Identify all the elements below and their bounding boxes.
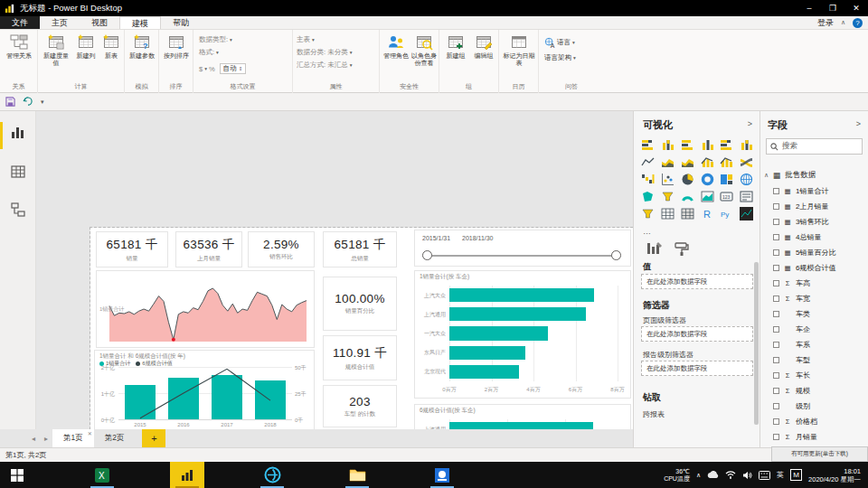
- help-icon[interactable]: ?: [853, 18, 863, 28]
- edit-group-button[interactable]: 编辑组: [470, 33, 497, 60]
- taskbar-explorer-icon[interactable]: [340, 462, 374, 488]
- field-item[interactable]: ▦5销量百分比: [764, 245, 865, 260]
- new-table-button[interactable]: 新表: [100, 33, 122, 60]
- stacked-area-visual-icon[interactable]: [681, 155, 694, 169]
- clustered-bar-visual-icon[interactable]: [681, 138, 694, 152]
- mark-date-table-button[interactable]: 标记为日期表: [503, 33, 535, 67]
- kpi-card-percent[interactable]: 100.00% 销量百分比: [323, 277, 397, 331]
- values-field-well[interactable]: 在此处添加数据字段: [641, 274, 753, 289]
- start-button[interactable]: [0, 462, 34, 488]
- report-filters-well[interactable]: 在此处添加数据字段: [641, 361, 753, 376]
- bar-东风日产[interactable]: [449, 346, 525, 360]
- kpi-card-total[interactable]: 65181 千 总销量: [323, 231, 397, 267]
- map-visual-icon[interactable]: [740, 173, 753, 186]
- field-item[interactable]: 级别: [764, 399, 865, 414]
- field-item[interactable]: ▦2上月销量: [764, 199, 865, 214]
- pane-scrollbar[interactable]: [754, 262, 759, 425]
- field-checkbox[interactable]: [773, 326, 779, 333]
- multi-row-card-visual-icon[interactable]: [740, 190, 753, 203]
- bar-北京现代[interactable]: [449, 365, 519, 379]
- python-visual-icon[interactable]: Py: [720, 207, 733, 221]
- field-item[interactable]: Σ月销量: [764, 429, 865, 444]
- sort-by-column-button[interactable]: 按列排序: [162, 33, 191, 60]
- save-icon[interactable]: [5, 97, 15, 107]
- stacked-bar-visual-icon[interactable]: [641, 138, 655, 152]
- waterfall-visual-icon[interactable]: [641, 173, 655, 186]
- summarize-dropdown[interactable]: 汇总方式: 未汇总▾: [297, 61, 352, 70]
- field-item[interactable]: Σ车高: [764, 276, 865, 291]
- prev-page-icon[interactable]: ◂: [27, 429, 40, 447]
- add-page-button[interactable]: +: [142, 429, 165, 447]
- undo-icon[interactable]: [23, 97, 33, 107]
- collapse-pane-icon[interactable]: >: [748, 119, 752, 128]
- bar-一汽大众[interactable]: [449, 326, 548, 340]
- pct-stacked-bar-visual-icon[interactable]: [720, 138, 733, 152]
- date-range-slicer[interactable]: 2015/1/31 2018/11/30: [414, 230, 631, 267]
- field-checkbox[interactable]: [773, 357, 779, 363]
- fields-pane-tab[interactable]: [646, 241, 663, 256]
- field-item[interactable]: 车企: [764, 322, 865, 337]
- field-item[interactable]: 车系: [764, 337, 865, 352]
- report-view-button[interactable]: [10, 124, 26, 140]
- field-checkbox[interactable]: [773, 219, 779, 225]
- line-clustered-column-visual-icon[interactable]: [720, 155, 733, 169]
- page-tab-1[interactable]: 第1页✕: [52, 429, 94, 447]
- decimal-places-box[interactable]: 自动 ⇕: [220, 63, 247, 74]
- update-notification[interactable]: 有可用更新(单击下载): [771, 446, 868, 462]
- close-page-icon[interactable]: ✕: [88, 430, 92, 436]
- cpu-temp-widget[interactable]: 36℃CPU温度: [664, 468, 690, 483]
- field-item[interactable]: Σ规模: [764, 383, 865, 399]
- bar-上汽通用[interactable]: [449, 307, 586, 321]
- field-checkbox[interactable]: [773, 280, 779, 286]
- table-node[interactable]: ∧ ▦ 批售数据: [764, 167, 865, 183]
- field-checkbox[interactable]: [773, 249, 779, 256]
- customize-qat-icon[interactable]: ▾: [41, 99, 44, 106]
- field-search-input[interactable]: 搜索: [766, 138, 863, 155]
- slicer-handle-start[interactable]: [422, 250, 432, 260]
- field-checkbox[interactable]: [773, 234, 779, 240]
- field-checkbox[interactable]: [773, 311, 779, 317]
- field-checkbox[interactable]: [773, 434, 779, 440]
- slicer-end-date[interactable]: 2018/11/30: [462, 235, 494, 241]
- pct-stacked-column-visual-icon[interactable]: [740, 138, 753, 152]
- stacked-column-visual-icon[interactable]: [661, 138, 675, 152]
- model-view-button[interactable]: [10, 202, 26, 218]
- manage-roles-button[interactable]: 管理角色: [382, 33, 410, 60]
- collapse-pane-icon[interactable]: >: [856, 119, 861, 128]
- custom-visual-visual-icon[interactable]: [740, 207, 753, 221]
- tab-view[interactable]: 视图: [80, 16, 119, 29]
- taskbar-powerbi-icon[interactable]: [170, 462, 204, 488]
- taskbar-excel-icon[interactable]: X: [85, 462, 119, 488]
- donut-visual-icon[interactable]: [701, 173, 714, 186]
- tab-file[interactable]: 文件: [0, 16, 40, 29]
- data-type-dropdown[interactable]: 数据类型:▾: [199, 35, 232, 44]
- page-filters-well[interactable]: 在此处添加数据字段: [641, 326, 753, 342]
- report-canvas[interactable]: 65181 千 销量 63536 千 上月销量 2.59% 销售环比 65181…: [36, 111, 633, 429]
- more-visuals-button[interactable]: …: [643, 227, 651, 236]
- filled-map-visual-icon[interactable]: [641, 190, 655, 203]
- field-checkbox[interactable]: [773, 265, 779, 271]
- touch-keyboard-icon[interactable]: [759, 471, 770, 480]
- taskbar-ie-icon[interactable]: [255, 462, 289, 488]
- language-schema-dropdown[interactable]: 语言架构▾: [544, 53, 576, 62]
- collapse-ribbon-icon[interactable]: ∧: [841, 19, 845, 26]
- language-dropdown[interactable]: A语言▾: [544, 37, 575, 48]
- r-script-visual-icon[interactable]: R: [701, 207, 714, 221]
- bar-chart-sales-by-manufacturer[interactable]: 1销量合计(按 车企)0百万2百万4百万6百万8百万上汽大众上汽通用一汽大众东风…: [414, 270, 631, 399]
- field-item[interactable]: 车类: [764, 306, 865, 322]
- tab-help[interactable]: 帮助: [161, 16, 201, 29]
- kpi-card-modelcount[interactable]: 203 车型 的计数: [323, 385, 397, 427]
- tray-expand-icon[interactable]: ∧: [696, 472, 701, 479]
- field-item[interactable]: ▦4总销量: [764, 230, 865, 245]
- data-view-button[interactable]: [10, 164, 26, 180]
- field-item[interactable]: Σ价格档: [764, 414, 865, 429]
- matrix-visual-icon[interactable]: [681, 207, 694, 221]
- field-checkbox[interactable]: [773, 296, 779, 302]
- slicer-visual-icon[interactable]: [641, 207, 655, 221]
- percent-button[interactable]: %: [209, 65, 215, 73]
- maximize-button[interactable]: ❐: [821, 0, 844, 16]
- taskbar-photos-icon[interactable]: [425, 462, 459, 488]
- field-item[interactable]: Σ车宽: [764, 291, 865, 306]
- field-checkbox[interactable]: [773, 403, 779, 409]
- field-item[interactable]: ▦6规模合计值: [764, 260, 865, 276]
